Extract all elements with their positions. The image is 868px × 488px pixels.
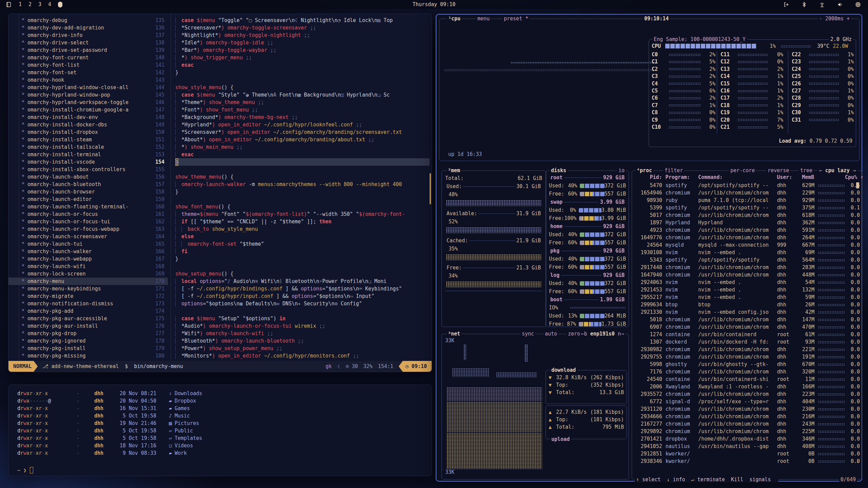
btop-window[interactable]: ¹cpu menu preset * 09:10:14 - 2000ms + u… [436, 14, 862, 482]
process-row[interactable]: 1930108nvimnvim --embed .dhh69M0.0 [634, 249, 860, 256]
process-row[interactable]: 1654946chromium/usr/lib/chromium/chromdh… [634, 189, 860, 197]
process-row[interactable]: 2924063nvimnvim --embed .dhh54M0.0 [634, 279, 860, 286]
network-icon[interactable] [819, 1, 825, 8]
process-row[interactable]: 2921330nvimnvim --embed config.jsodhh42M… [634, 308, 860, 316]
process-row[interactable]: 5017chromium/usr/lib/chromium/chromdhh61… [634, 211, 860, 219]
code-line: ▏ *Bluetooth*) omarchy-launch-bluetooth … [175, 337, 430, 345]
process-row[interactable]: 1649776chromium/usr/lib/chromium/chromdh… [634, 234, 860, 241]
process-row[interactable]: 5018chromium/usr/lib/chromium/chromdhh14… [634, 316, 860, 323]
process-row[interactable]: 2931120chromium/usr/lib/chromium/chromdh… [634, 405, 860, 413]
window-logo-icon[interactable] [5, 1, 12, 8]
process-row[interactable]: 2999634btopbtopdhh26M0.0 [634, 301, 860, 308]
proc-per-core[interactable]: per-core [729, 167, 756, 174]
disks-io-toggle[interactable]: io [617, 167, 626, 174]
process-row[interactable]: 1274containe/usr/bin/containerdroot61M0.… [634, 331, 860, 338]
process-row[interactable]: 2938346kworker/root0B0.0↓ [634, 458, 860, 465]
process-row[interactable]: 4923chromium/usr/lib/chromium/chromdhh59… [634, 226, 860, 234]
bluetooth-icon[interactable] [801, 1, 807, 8]
process-row[interactable]: 7176chromium/usr/lib/chromium/chromdhh32… [634, 368, 860, 375]
process-row[interactable]: 6907chromium/usr/lib/chromium/chromdhh47… [634, 323, 860, 331]
code-line: ▏ *Monitors*) open_in_editor ~/.config/h… [175, 352, 430, 360]
process-row[interactable]: 2929892chromium/usr/lib/chromium/chromdh… [634, 428, 860, 435]
disks-box: disks io root929 GiBUsed:40%372 GiBFree:… [546, 170, 629, 327]
workspace-3[interactable]: 3 [38, 1, 41, 7]
process-row[interactable]: 1897HyprlandHyprlanddhh362M0.0 [634, 219, 860, 226]
workspace-active-indicator[interactable] [58, 2, 62, 7]
net-box-title[interactable]: ³net [447, 331, 461, 337]
process-row[interactable]: 2929755chromium/usr/lib/chromium/chromdh… [634, 353, 860, 361]
net-interface[interactable]: ←b enp191s0 n→ [580, 331, 625, 337]
process-row[interactable]: 5470spotify/opt/spotify/spotify --dhh629… [634, 182, 860, 189]
mem-box: ²mem Total: 62.1 GiB Used:30.1 GiB48%Ava… [441, 170, 546, 327]
shell-prompt[interactable]: ~ ❯ [17, 467, 33, 473]
logout-icon[interactable] [783, 1, 789, 8]
process-row[interactable]: 2912851kworker/root0B0.0 [634, 450, 860, 458]
uptime: up 1d 16:33 [448, 151, 482, 157]
process-row[interactable]: 24564mysqldmysqld --max-connection999667… [634, 241, 860, 249]
preset-button[interactable]: preset * [502, 16, 530, 22]
mem-row: Used:30.1 GiB [445, 182, 542, 190]
cpu-core-row: C80% [652, 109, 715, 116]
process-row[interactable]: 1307dockerd/usr/bin/dockerd -H fd:root93… [634, 338, 860, 346]
net-auto-toggle[interactable]: auto [544, 331, 558, 337]
process-row[interactable]: 2917448chromium/usr/lib/chromium/chromdh… [634, 264, 860, 271]
cpu-total-pct: 1% [757, 43, 776, 49]
mem-percent: 35% [445, 245, 542, 253]
menu-button[interactable]: menu [476, 16, 491, 22]
line-number: 167 [137, 255, 164, 263]
workspace-2[interactable]: 2 [28, 1, 32, 7]
folder-icon: ▰ [156, 449, 172, 457]
proc-filter[interactable]: filter [663, 167, 684, 174]
cpu-box-title[interactable]: ¹cpu [447, 16, 462, 22]
process-row[interactable]: 2930982chromium/usr/lib/chromium/chromdh… [634, 346, 860, 353]
process-row[interactable]: 2941052nautilus/usr/bin/nautilus --gapdh… [634, 443, 860, 450]
process-row[interactable]: 2006XwaylandXwayland :1 -rootless -dhh16… [634, 383, 860, 390]
process-row[interactable]: 1647940chromium/usr/lib/chromium/chromdh… [634, 271, 860, 279]
process-row[interactable]: 2934666chromium/usr/lib/chromium/chromdh… [634, 413, 860, 420]
mem-graph [446, 281, 541, 287]
proc-box-title[interactable]: ⁴proc [635, 167, 653, 174]
process-row[interactable]: 5343spotify/opt/spotify/spotifydhh564M0.… [634, 256, 860, 264]
update-interval[interactable]: - 2000ms + [818, 16, 851, 22]
code-line: ▏ if [[ "$theme" == "CNCLD" || -z "$them… [175, 218, 430, 225]
mem-box-title[interactable]: ²mem [447, 167, 461, 174]
code-line [175, 263, 430, 270]
workspace-1[interactable]: 1 [19, 1, 22, 7]
disks-box-title[interactable]: disks [550, 167, 568, 174]
line-number: 162 [137, 218, 164, 225]
process-row[interactable]: 2921453nvimnvim --embed .dhh132M0.0 [634, 286, 860, 293]
disk-section: log929 GiB [549, 271, 626, 279]
list-item: drwx------@-dhh20 Nov 04:50▰Dropbox [17, 397, 428, 405]
editor-scrollbar[interactable] [430, 173, 431, 204]
net-sync-toggle[interactable]: sync [520, 331, 535, 337]
cpu-core-row: C90% [652, 117, 715, 124]
workspace-4[interactable]: 4 [48, 1, 51, 7]
core-column-3: C221%C231%C240%C250%C260%C271%C280%C290%… [788, 51, 854, 133]
volume-icon[interactable] [837, 1, 843, 8]
net-zero-toggle[interactable]: zero [567, 331, 581, 337]
process-row[interactable]: 24540containe/usr/bin/containerd-shiroot… [634, 375, 860, 383]
prompt-symbol: ❯ [23, 467, 26, 473]
process-row[interactable]: 2955217nvimnvim --embed .dhh59M0.0 [634, 293, 860, 301]
line-number: 172 [137, 292, 164, 300]
cpu-icon[interactable] [855, 1, 861, 8]
process-row[interactable]: 2701421dropbox/home/dhh/.dropbox-distdhh… [634, 435, 860, 443]
code-line: ▏ omarchy-launch-walker -m menus:omarchy… [175, 181, 430, 188]
proc-tree[interactable]: tree [799, 167, 814, 174]
line-number: 149 [137, 121, 164, 128]
code-pane[interactable]: ▏ case $(menu "Toggle" "▢ Screensaver\n☾… [175, 17, 430, 360]
proc-sort[interactable]: ← cpu lazy → [818, 167, 857, 174]
process-row[interactable]: 98930rubypuma 7.1.0 (tcp://localdhh929M0… [634, 197, 860, 204]
net-stat-row: ▲Top:(181 Kibps) [546, 416, 627, 423]
net-stat-row: ▲Total:795 MiB [546, 423, 627, 431]
process-row[interactable]: 5998ghostty/usr/bin/ghostty --gtk-dhh670… [634, 361, 860, 368]
process-row[interactable]: 2167277chromium/usr/lib/chromium/chromdh… [634, 420, 860, 428]
process-row[interactable]: 6772signal-d/proc/self/exe --type=rdhh40… [634, 398, 860, 405]
disk-usage-row: Free:60%557 GiB [549, 287, 626, 296]
disk-meter [579, 208, 601, 212]
process-row[interactable]: 5399spotify/opt/spotify/spotify --dhh375… [634, 204, 860, 211]
cpu-model: Eng Sample: 100-000001243-50_Y [652, 36, 747, 42]
process-row[interactable]: 2935572chromium/usr/lib/chromium/chromdh… [634, 390, 860, 398]
proc-reverse[interactable]: reverse [766, 167, 790, 174]
terminal-window[interactable]: drwxr-xr-x-dhh20 Nov 08:21⇩Downloadsdrwx… [8, 385, 432, 476]
